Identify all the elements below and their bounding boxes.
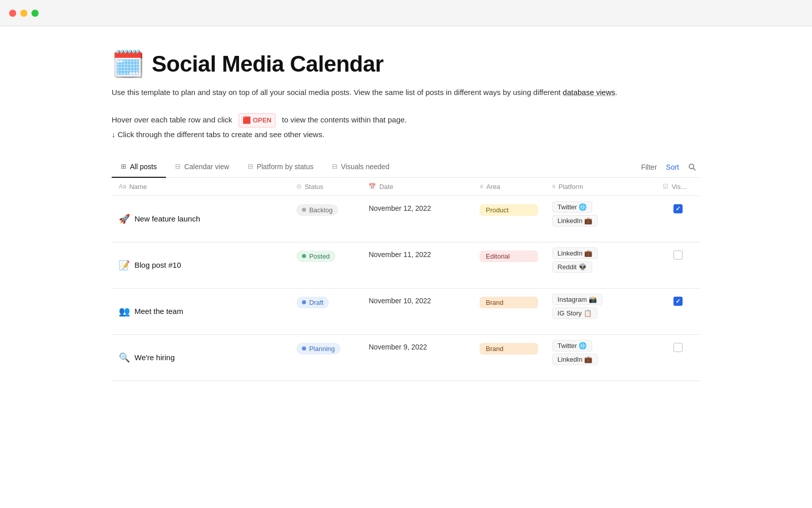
col-area-icon: ≡ [480, 183, 483, 190]
search-icon [688, 163, 696, 171]
search-button[interactable] [688, 163, 696, 171]
status-label: Planning [309, 345, 335, 353]
cell-platform-row-2: LinkedIn 💼Reddit 👽 [545, 242, 656, 288]
row-icon: 🚀 [119, 213, 130, 225]
close-button[interactable] [9, 10, 16, 17]
cell-name-row-2: 📝 Blog post #10 [112, 242, 289, 288]
col-status-icon: ⊙ [296, 183, 301, 190]
table-row[interactable]: 🔍 We're hiring Planning November 9, 2022… [112, 334, 700, 380]
cell-status-row-1: Backlog [289, 196, 361, 242]
status-label: Draft [309, 299, 323, 306]
instructions: Hover over each table row and click 🟥 OP… [112, 113, 700, 141]
col-header-name: Aa Name [112, 178, 289, 196]
row-name: Meet the team [134, 307, 183, 315]
cell-status-row-2: Posted [289, 242, 361, 288]
table-header-row: Aa Name ⊙ Status 📅 Date [112, 178, 700, 196]
col-date-icon: 📅 [368, 183, 376, 190]
cell-date-row-4: November 9, 2022 [361, 334, 472, 380]
platform-item: Twitter 🌐 [552, 201, 593, 213]
main-content: 🗓️ Social Media Calendar Use this templa… [51, 26, 761, 411]
table-wrapper: Aa Name ⊙ Status 📅 Date [112, 178, 700, 381]
titlebar [0, 0, 812, 26]
col-header-area: ≡ Area [472, 178, 545, 196]
row-name: We're hiring [134, 353, 175, 362]
tab-platform-icon: ⊟ [248, 163, 253, 170]
filter-button[interactable]: Filter [641, 163, 657, 171]
cell-area-row-2: Editorial [472, 242, 545, 288]
col-header-platform: ≡ Platform [545, 178, 656, 196]
page-header: 🗓️ Social Media Calendar [112, 51, 700, 77]
cell-area-row-3: Brand [472, 288, 545, 334]
tabs-left: ⊞ All posts ⊟ Calendar view ⊟ Platform b… [112, 157, 641, 177]
status-dot [302, 254, 306, 258]
row-name: Blog post #10 [134, 261, 181, 269]
tab-calendar-view[interactable]: ⊟ Calendar view [166, 157, 239, 178]
cell-name-row-1: 🚀 New feature launch [112, 196, 289, 242]
platform-item: LinkedIn 💼 [552, 247, 598, 259]
status-badge: Draft [296, 297, 329, 308]
cell-visual-row-4[interactable] [656, 334, 700, 380]
col-name-icon: Aa [119, 183, 126, 190]
cell-date-row-3: November 10, 2022 [361, 288, 472, 334]
cell-area-row-1: Product [472, 196, 545, 242]
status-label: Backlog [309, 206, 332, 214]
cell-date-row-2: November 11, 2022 [361, 242, 472, 288]
visual-checkbox[interactable] [673, 204, 683, 213]
cell-visual-row-3[interactable] [656, 288, 700, 334]
row-icon: 👥 [119, 306, 130, 317]
svg-line-1 [693, 168, 695, 170]
fullscreen-button[interactable] [31, 10, 39, 17]
tabs-row: ⊞ All posts ⊟ Calendar view ⊟ Platform b… [112, 157, 700, 178]
tab-all-posts-icon: ⊞ [121, 163, 126, 170]
tab-platform-by-status[interactable]: ⊟ Platform by status [239, 157, 323, 178]
col-header-date: 📅 Date [361, 178, 472, 196]
status-dot [302, 300, 306, 304]
row-icon: 📝 [119, 260, 130, 271]
visual-checkbox[interactable] [673, 297, 683, 306]
area-tag: Editorial [480, 250, 537, 262]
tabs-right: Filter Sort [641, 163, 700, 171]
platform-item: Instagram 📸 [552, 294, 602, 305]
table-row[interactable]: 📝 Blog post #10 Posted November 11, 2022… [112, 242, 700, 288]
row-icon: 🔍 [119, 352, 130, 363]
platform-item: LinkedIn 💼 [552, 354, 598, 365]
cell-visual-row-1[interactable] [656, 196, 700, 242]
status-dot [302, 208, 306, 212]
status-badge: Planning [296, 343, 341, 355]
col-platform-icon: ≡ [552, 183, 556, 190]
cell-status-row-4: Planning [289, 334, 361, 380]
platform-item: Twitter 🌐 [552, 340, 593, 352]
cell-platform-row-4: Twitter 🌐LinkedIn 💼 [545, 334, 656, 380]
area-tag: Brand [480, 343, 537, 355]
platform-item: Reddit 👽 [552, 261, 592, 273]
visual-checkbox[interactable] [673, 250, 683, 260]
table-row[interactable]: 🚀 New feature launch Backlog November 12… [112, 196, 700, 242]
open-badge: 🟥 OPEN [239, 113, 276, 127]
page-description: Use this template to plan and stay on to… [112, 86, 700, 99]
area-tag: Brand [480, 297, 537, 308]
platform-item: IG Story 📋 [552, 307, 597, 319]
open-badge-icon: 🟥 [243, 114, 251, 126]
minimize-button[interactable] [20, 10, 27, 17]
col-visuals-icon: ☑ [663, 183, 668, 190]
sort-button[interactable]: Sort [666, 163, 679, 171]
tab-all-posts[interactable]: ⊞ All posts [112, 157, 166, 178]
tab-visuals-needed[interactable]: ⊟ Visuals needed [323, 157, 398, 178]
platform-item: LinkedIn 💼 [552, 215, 598, 227]
cell-area-row-4: Brand [472, 334, 545, 380]
table-row[interactable]: 👥 Meet the team Draft November 10, 2022 … [112, 288, 700, 334]
area-tag: Product [480, 204, 537, 216]
row-name: New feature launch [134, 214, 200, 223]
status-badge: Posted [296, 250, 335, 262]
database-views-link[interactable]: database views [563, 88, 615, 97]
col-header-visuals: ☑ Vis… [656, 178, 700, 196]
page-title: Social Media Calendar [152, 51, 384, 77]
visual-checkbox[interactable] [673, 343, 683, 352]
page-icon: 🗓️ [112, 51, 145, 77]
cell-date-row-1: November 12, 2022 [361, 196, 472, 242]
posts-table: Aa Name ⊙ Status 📅 Date [112, 178, 700, 381]
cell-status-row-3: Draft [289, 288, 361, 334]
status-label: Posted [309, 252, 329, 260]
cell-visual-row-2[interactable] [656, 242, 700, 288]
status-dot [302, 346, 306, 351]
